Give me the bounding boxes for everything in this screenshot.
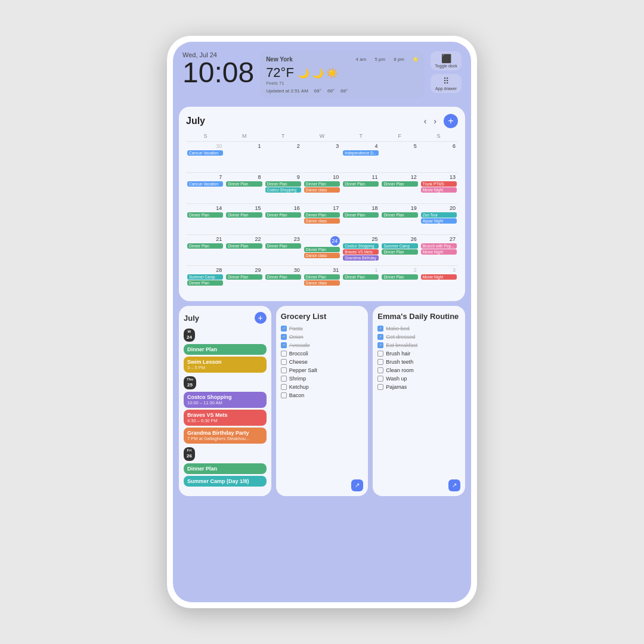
cal-event-dinner-18[interactable]: Dinner Plan <box>343 212 379 218</box>
cal-event-summer-28[interactable]: Summer Camp <box>187 274 223 280</box>
routine-check-cleanroom[interactable] <box>377 367 383 373</box>
cal-event-dance-17[interactable]: Dance class <box>304 218 340 224</box>
routine-label-brushteeth: Brush teeth <box>386 359 413 365</box>
cal-event-movie-27[interactable]: Movie Night <box>421 249 457 255</box>
cal-event-summer-26[interactable]: Summer Camp <box>382 243 417 249</box>
cal-event-movie-13[interactable]: Movie Night <box>421 187 457 193</box>
routine-check-washup[interactable] <box>377 376 383 382</box>
cal-event-dance-24[interactable]: Dance class <box>304 253 340 258</box>
cal-event-dinner-17[interactable]: Dinner Plan <box>304 212 340 218</box>
grocery-check-bacon[interactable] <box>281 392 287 398</box>
toggle-dock-button[interactable]: ⬛ Toggle dock <box>431 51 462 70</box>
agenda-event-braves[interactable]: Braves VS Mets 4:30 – 6:30 PM <box>184 410 267 426</box>
calendar-days-header: S M T W T F S <box>186 133 458 139</box>
agenda-day-label-25: Thu 25 <box>184 376 267 389</box>
cal-event-independence[interactable]: Independence D... <box>343 150 379 156</box>
cal-event-costco-9[interactable]: Costco Shopping <box>265 187 301 193</box>
routine-check-breakfast[interactable]: ✓ <box>377 342 383 348</box>
calendar-prev-button[interactable]: ‹ <box>422 115 429 127</box>
grocery-check-cheese[interactable] <box>281 359 287 365</box>
cal-event-dinner-31[interactable]: Dinner Plan <box>304 274 340 280</box>
grocery-item-pepper-salt: Pepper Salt <box>281 367 364 373</box>
cal-event-dinner-30[interactable]: Dinner Plan <box>265 274 301 280</box>
grocery-open-button[interactable]: ↗ <box>351 479 363 491</box>
agenda-event-dinner-24[interactable]: Dinner Plan <box>184 344 267 355</box>
agenda-event-costco[interactable]: Costco Shopping 10:00 – 11:30 AM <box>184 392 267 408</box>
routine-check-pajamas[interactable] <box>377 384 383 390</box>
calendar-grid-week5: 28 Summer Camp Dinner Plan 29 Dinner Pla… <box>186 265 458 296</box>
cal-event-dinner-21[interactable]: Dinner Plan <box>187 243 223 249</box>
agenda-add-button[interactable]: + <box>255 312 267 324</box>
agenda-event-grandma[interactable]: Grandma Birthday Party 7 PM at Gallagher… <box>184 428 267 444</box>
day-num-25: 25 <box>187 382 193 388</box>
cal-event-dinner-12[interactable]: Dinner Plan <box>382 181 417 187</box>
app-drawer-button[interactable]: ⠿ App drawer <box>431 74 462 93</box>
grocery-check-broccoli[interactable] <box>281 351 287 357</box>
cal-event-dinner-26[interactable]: Dinner Plan <box>382 249 417 255</box>
routine-check-dressed[interactable]: ✓ <box>377 334 383 340</box>
grocery-check-pasta[interactable]: ✓ <box>281 326 287 332</box>
cal-event-dinner-23[interactable]: Dinner Plan <box>265 243 301 249</box>
calendar-grid-week4: 21 Dinner Plan 22 Dinner Plan 23 Dinner … <box>186 234 458 265</box>
cal-event-dinner-11[interactable]: Dinner Plan <box>343 181 379 187</box>
calendar-add-button[interactable]: + <box>444 114 458 128</box>
cal-event-dinner-19[interactable]: Dinner Plan <box>382 212 417 218</box>
grocery-item-onion: ✓ Onion <box>281 334 364 340</box>
cal-event-dinner-22[interactable]: Dinner Plan <box>226 243 262 249</box>
cal-event-dinner-a2[interactable]: Dinner Plan <box>382 274 417 280</box>
cal-event-aquar[interactable]: Aquar Night <box>421 218 457 224</box>
routine-label-dressed: Get dressed <box>386 334 415 340</box>
grocery-check-pepper-salt[interactable] <box>281 367 287 373</box>
cal-event-costco-25[interactable]: Costco Shopping <box>343 243 379 249</box>
cal-event-dinner-8[interactable]: Dinner Plan <box>226 181 262 187</box>
grocery-check-ketchup[interactable] <box>281 384 287 390</box>
cal-event-dinner-14[interactable]: Dinner Plan <box>187 212 223 218</box>
cal-cell-3: 3 <box>303 141 341 172</box>
routine-check-makebed[interactable]: ✓ <box>377 326 383 332</box>
cal-event-dinner-28[interactable]: Dinner Plan <box>187 280 223 286</box>
cal-event-cancun-w2[interactable]: Cancun Vacation <box>187 181 223 187</box>
cal-event-movie-a3[interactable]: Movie Night <box>421 274 457 280</box>
grocery-label-cheese: Cheese <box>289 359 308 365</box>
routine-check-brushteeth[interactable] <box>377 359 383 365</box>
cal-event-brunch[interactable]: Brunch with Pop... <box>421 243 457 249</box>
cal-day-14: 14 <box>187 205 223 211</box>
routine-check-brushhair[interactable] <box>377 351 383 357</box>
cal-event-dinner-10[interactable]: Dinner Plan <box>304 181 340 187</box>
grocery-check-avocado[interactable]: ✓ <box>281 342 287 348</box>
routine-widget: Emma's Daily Routine ✓ Make bed ✓ Get dr… <box>373 306 465 496</box>
cal-event-dinner-15[interactable]: Dinner Plan <box>226 212 262 218</box>
cal-event-dance-10[interactable]: Dance class <box>304 187 340 193</box>
toggle-icon: ⬛ <box>441 54 451 63</box>
weather-bottom: Updated at 2:51 AM 68° 66° 68° <box>266 88 419 94</box>
calendar-next-button[interactable]: › <box>431 115 439 127</box>
clock-widget: Wed, Jul 24 10:08 <box>182 51 254 87</box>
cal-event-grandma[interactable]: Grandma Birthday <box>343 255 379 261</box>
cal-day-12: 12 <box>382 174 417 180</box>
cal-event-dinner-29[interactable]: Dinner Plan <box>226 274 262 280</box>
cal-event-dinner-24[interactable]: Dinner Plan <box>304 247 340 252</box>
cal-day-29: 29 <box>226 267 262 273</box>
cal-day-23: 23 <box>265 236 301 242</box>
cal-event-trunk-13[interactable]: Trunk PTMS <box>421 181 457 187</box>
cal-event-dinner-9[interactable]: Dinner Plan <box>265 181 301 187</box>
cal-event-zoo[interactable]: Zoo Tour <box>421 212 457 218</box>
grocery-check-onion[interactable]: ✓ <box>281 334 287 340</box>
cal-event-dance-31[interactable]: Dance class <box>304 280 340 286</box>
weather-updated: Updated at 2:51 AM <box>266 88 308 94</box>
grocery-check-shrimp[interactable] <box>281 376 287 382</box>
grocery-item-cheese: Cheese <box>281 359 364 365</box>
cal-event-dinner-a1[interactable]: Dinner Plan <box>343 274 379 280</box>
cal-event-dinner-16[interactable]: Dinner Plan <box>265 212 301 218</box>
agenda-event-summer[interactable]: Summer Camp (Day 1/8) <box>184 476 267 487</box>
agenda-event-dinner-26[interactable]: Dinner Plan <box>184 463 267 474</box>
agenda-event-swim[interactable]: Swim Lesson 3 – 5 PM <box>184 357 267 373</box>
cal-cell-29: 29 Dinner Plan <box>225 265 263 296</box>
phone-frame: Wed, Jul 24 10:08 New York 4 am 5 pm 8 p… <box>167 36 477 608</box>
day-sat: S <box>419 133 458 139</box>
cal-cell-31: 31 Dinner Plan Dance class <box>303 265 341 296</box>
cal-day-aug2: 2 <box>382 267 417 273</box>
cal-event-braves-25[interactable]: Braves VS Mets <box>343 249 379 255</box>
cal-event-cancun-1[interactable]: Cancun Vacation <box>187 150 223 156</box>
routine-open-button[interactable]: ↗ <box>448 479 460 491</box>
